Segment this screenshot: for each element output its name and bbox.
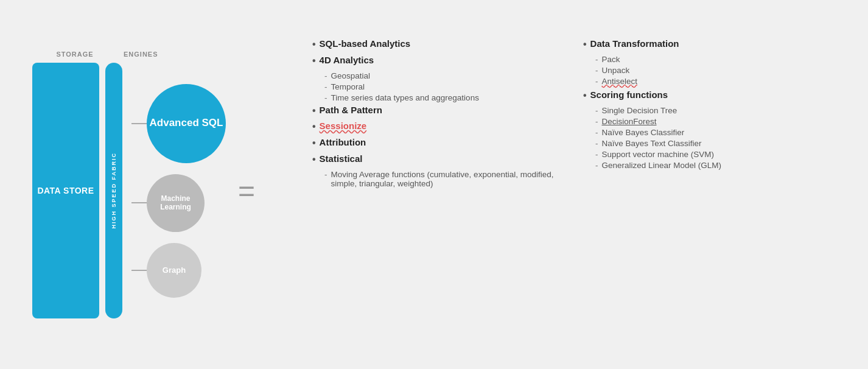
single-decision-tree-text: Single Decision Tree — [602, 106, 677, 115]
sub-temporal: - Temporal — [324, 82, 565, 91]
connector-line-3 — [131, 270, 147, 271]
labels-row: STORAGE ENGINES — [32, 51, 158, 58]
storage-label: STORAGE — [38, 51, 111, 58]
svm-text: Support vector machine (SVM) — [602, 150, 715, 159]
4d-sublist: - Geospatial - Temporal - Time series da… — [312, 71, 565, 102]
scoring-sublist: - Single Decision Tree - DecisionForest … — [583, 106, 836, 170]
item-attribution: • Attribution — [312, 137, 565, 150]
advanced-sql-text: Advanced SQL — [150, 117, 223, 129]
glm-text: Generalized Linear Model (GLM) — [602, 161, 722, 170]
diagram: STORAGE ENGINES DATA STORE HIGH SPEED FA… — [32, 51, 312, 318]
sub-svm: - Support vector machine (SVM) — [595, 150, 836, 159]
fabric-text: HIGH SPEED FABRIC — [111, 152, 117, 229]
sub-naive-bayes: - Naïve Bayes Classifier — [595, 128, 836, 137]
sub-unpack: - Unpack — [595, 66, 836, 75]
feature-list-right: • Data Transformation - Pack - Unpack - … — [583, 38, 836, 170]
item-data-transformation: • Data Transformation — [583, 38, 836, 51]
advanced-sql-item: Advanced SQL — [131, 84, 226, 163]
geospatial-text: Geospatial — [331, 71, 371, 80]
statistical-sublist: - Moving Average functions (cumulative, … — [312, 170, 565, 188]
sub-single-decision-tree: - Single Decision Tree — [595, 106, 836, 115]
pack-text: Pack — [602, 55, 620, 64]
path-pattern-label: Path & Pattern — [320, 105, 382, 115]
attribution-label: Attribution — [320, 137, 366, 147]
moving-average-text: Moving Average functions (cumulative, ex… — [331, 170, 565, 188]
unpack-text: Unpack — [602, 66, 630, 75]
item-sql-analytics: • SQL-based Analytics — [312, 38, 565, 51]
data-store-rect: DATA STORE — [32, 63, 99, 318]
sub-decision-forest: - DecisionForest — [595, 117, 836, 126]
connector-line-2 — [131, 202, 147, 203]
feature-list-left: • SQL-based Analytics • 4D Analytics - G… — [312, 38, 565, 188]
item-scoring-functions: • Scoring functions — [583, 90, 836, 102]
equals-sign: = — [238, 174, 255, 208]
sub-glm: - Generalized Linear Model (GLM) — [595, 161, 836, 170]
diagram-body: DATA STORE HIGH SPEED FABRIC Advanced SQ… — [32, 63, 261, 318]
right-content: • SQL-based Analytics • 4D Analytics - G… — [312, 26, 836, 191]
statistical-label: Statistical — [320, 153, 363, 164]
machine-learning-circle: Machine Learning — [147, 174, 205, 232]
data-transformation-label: Data Transformation — [590, 38, 679, 49]
sql-analytics-label: SQL-based Analytics — [320, 38, 411, 49]
machine-learning-text: Machine Learning — [147, 194, 205, 212]
naive-bayes-text-classifier-text: Naïve Bayes Text Classifier — [602, 139, 702, 148]
sub-geospatial: - Geospatial — [324, 71, 565, 80]
circles-column: Advanced SQL Machine Learning Graph — [128, 63, 226, 318]
sub-pack: - Pack — [595, 55, 836, 64]
antiselect-text: Antiselect — [602, 77, 638, 86]
graph-text: Graph — [163, 265, 186, 275]
graph-item: Graph — [131, 243, 201, 298]
engines-label: ENGINES — [124, 51, 158, 58]
features-col-left: • SQL-based Analytics • 4D Analytics - G… — [312, 38, 565, 191]
connector-line-1 — [131, 123, 147, 124]
sessionize-underlined: Sessionize — [320, 121, 367, 131]
sub-antiselect: - Antiselect — [595, 77, 836, 86]
graph-circle: Graph — [147, 243, 201, 298]
transformation-sublist: - Pack - Unpack - Antiselect — [583, 55, 836, 86]
sub-naive-bayes-text: - Naïve Bayes Text Classifier — [595, 139, 836, 148]
advanced-sql-circle: Advanced SQL — [147, 84, 226, 163]
data-store-text: DATA STORE — [37, 186, 94, 195]
machine-learning-item: Machine Learning — [131, 174, 205, 232]
4d-analytics-label: 4D Analytics — [320, 55, 374, 65]
timeseries-text: Time series data types and aggregations — [331, 93, 479, 102]
sessionize-label: Sessionize — [320, 121, 367, 131]
features-col-right: • Data Transformation - Pack - Unpack - … — [583, 38, 836, 191]
sub-moving-average: - Moving Average functions (cumulative, … — [324, 170, 565, 188]
scoring-functions-label: Scoring functions — [590, 90, 668, 100]
item-statistical: • Statistical — [312, 153, 565, 166]
naive-bayes-text: Naïve Bayes Classifier — [602, 128, 685, 137]
item-path-pattern: • Path & Pattern — [312, 105, 565, 118]
item-sessionize: • Sessionize — [312, 121, 565, 133]
decision-forest-text: DecisionForest — [602, 117, 657, 126]
main-container: STORAGE ENGINES DATA STORE HIGH SPEED FA… — [14, 14, 854, 355]
item-4d-analytics: • 4D Analytics — [312, 55, 565, 68]
sub-timeseries: - Time series data types and aggregation… — [324, 93, 565, 102]
temporal-text: Temporal — [331, 82, 365, 91]
fabric-strip: HIGH SPEED FABRIC — [105, 63, 122, 318]
